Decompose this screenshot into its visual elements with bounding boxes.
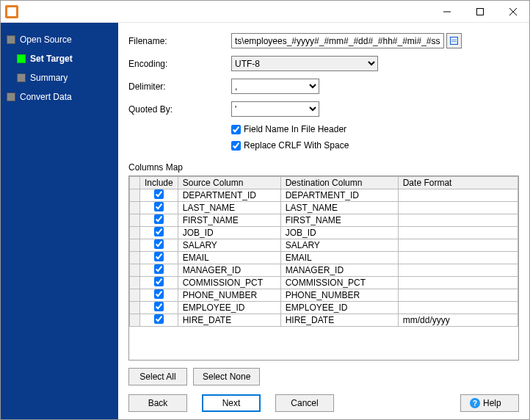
- step-label: Set Target: [30, 54, 73, 64]
- datefmt-cell[interactable]: [398, 277, 518, 289]
- table-row[interactable]: HIRE_DATEHIRE_DATEmm/dd/yyyy: [130, 314, 518, 327]
- datefmt-cell[interactable]: [398, 214, 518, 227]
- source-cell[interactable]: PHONE_NUMBER: [178, 289, 280, 302]
- row-header[interactable]: [130, 252, 140, 264]
- include-checkbox[interactable]: [154, 252, 164, 261]
- table-row[interactable]: SALARYSALARY: [130, 239, 518, 252]
- datefmt-cell[interactable]: mm/dd/yyyy: [398, 314, 518, 327]
- step-summary[interactable]: Summary: [17, 73, 118, 83]
- minimize-button[interactable]: [430, 1, 463, 23]
- dest-cell[interactable]: SALARY: [280, 239, 398, 252]
- select-none-button[interactable]: Select None: [193, 368, 260, 385]
- source-cell[interactable]: LAST_NAME: [178, 202, 280, 214]
- table-row[interactable]: DEPARTMENT_IDDEPARTMENT_ID: [130, 189, 518, 202]
- table-row[interactable]: EMAILEMAIL: [130, 252, 518, 264]
- delimiter-select[interactable]: ,: [231, 79, 319, 94]
- table-row[interactable]: LAST_NAMELAST_NAME: [130, 202, 518, 214]
- dest-cell[interactable]: HIRE_DATE: [280, 314, 398, 327]
- browse-button[interactable]: [446, 33, 462, 48]
- table-row[interactable]: COMMISSION_PCTCOMMISSION_PCT: [130, 277, 518, 289]
- include-checkbox[interactable]: [154, 302, 164, 311]
- step-set-target[interactable]: Set Target: [17, 54, 118, 64]
- replace-crlf-label[interactable]: Replace CRLF With Space: [244, 140, 349, 151]
- help-button[interactable]: ? Help: [460, 394, 519, 412]
- row-header[interactable]: [130, 189, 140, 202]
- col-dest[interactable]: Destination Column: [280, 177, 398, 189]
- include-checkbox[interactable]: [154, 239, 164, 249]
- table-row[interactable]: MANAGER_IDMANAGER_ID: [130, 264, 518, 277]
- svg-rect-0: [476, 8, 483, 15]
- source-cell[interactable]: EMAIL: [178, 252, 280, 264]
- dest-cell[interactable]: EMPLOYEE_ID: [280, 302, 398, 314]
- datefmt-cell[interactable]: [398, 264, 518, 277]
- col-datefmt[interactable]: Date Format: [398, 177, 518, 189]
- datefmt-cell[interactable]: [398, 189, 518, 202]
- include-checkbox[interactable]: [154, 264, 164, 274]
- field-header-checkbox[interactable]: [231, 125, 241, 134]
- encoding-select[interactable]: UTF-8: [231, 56, 378, 71]
- titlebar: [1, 1, 529, 23]
- col-source[interactable]: Source Column: [178, 177, 280, 189]
- row-header[interactable]: [130, 264, 140, 277]
- select-all-button[interactable]: Select All: [128, 368, 187, 385]
- dest-cell[interactable]: COMMISSION_PCT: [280, 277, 398, 289]
- row-header[interactable]: [130, 302, 140, 314]
- datefmt-cell[interactable]: [398, 239, 518, 252]
- include-checkbox[interactable]: [154, 277, 164, 286]
- quoted-select[interactable]: ': [231, 101, 319, 117]
- step-box-icon: [7, 35, 15, 44]
- source-cell[interactable]: COMMISSION_PCT: [178, 277, 280, 289]
- source-cell[interactable]: HIRE_DATE: [178, 314, 280, 327]
- step-open-source[interactable]: Open Source: [7, 35, 118, 45]
- dest-cell[interactable]: PHONE_NUMBER: [280, 289, 398, 302]
- dest-cell[interactable]: JOB_ID: [280, 227, 398, 239]
- source-cell[interactable]: SALARY: [178, 239, 280, 252]
- row-header[interactable]: [130, 202, 140, 214]
- datefmt-cell[interactable]: [398, 289, 518, 302]
- svg-rect-3: [451, 41, 457, 42]
- cancel-button[interactable]: Cancel: [275, 394, 334, 412]
- include-checkbox[interactable]: [154, 202, 164, 211]
- dest-cell[interactable]: MANAGER_ID: [280, 264, 398, 277]
- row-header[interactable]: [130, 214, 140, 227]
- grid-corner: [130, 177, 140, 189]
- maximize-button[interactable]: [463, 1, 496, 23]
- columns-grid[interactable]: Include Source Column Destination Column…: [128, 175, 519, 361]
- row-header[interactable]: [130, 314, 140, 327]
- col-include[interactable]: Include: [140, 177, 178, 189]
- dest-cell[interactable]: DEPARTMENT_ID: [280, 189, 398, 202]
- source-cell[interactable]: EMPLOYEE_ID: [178, 302, 280, 314]
- include-checkbox[interactable]: [154, 289, 164, 299]
- dest-cell[interactable]: LAST_NAME: [280, 202, 398, 214]
- dest-cell[interactable]: EMAIL: [280, 252, 398, 264]
- datefmt-cell[interactable]: [398, 302, 518, 314]
- source-cell[interactable]: JOB_ID: [178, 227, 280, 239]
- source-cell[interactable]: DEPARTMENT_ID: [178, 189, 280, 202]
- include-checkbox[interactable]: [154, 227, 164, 236]
- field-header-label[interactable]: Field Name In File Header: [244, 124, 346, 134]
- source-cell[interactable]: FIRST_NAME: [178, 214, 280, 227]
- row-header[interactable]: [130, 227, 140, 239]
- help-icon: ?: [470, 398, 480, 408]
- table-row[interactable]: PHONE_NUMBERPHONE_NUMBER: [130, 289, 518, 302]
- row-header[interactable]: [130, 239, 140, 252]
- dest-cell[interactable]: FIRST_NAME: [280, 214, 398, 227]
- close-button[interactable]: [496, 1, 529, 23]
- row-header[interactable]: [130, 277, 140, 289]
- datefmt-cell[interactable]: [398, 252, 518, 264]
- include-checkbox[interactable]: [154, 189, 164, 199]
- source-cell[interactable]: MANAGER_ID: [178, 264, 280, 277]
- table-row[interactable]: EMPLOYEE_IDEMPLOYEE_ID: [130, 302, 518, 314]
- table-row[interactable]: JOB_IDJOB_ID: [130, 227, 518, 239]
- step-convert-data[interactable]: Convert Data: [7, 92, 118, 102]
- datefmt-cell[interactable]: [398, 227, 518, 239]
- include-checkbox[interactable]: [154, 314, 164, 324]
- include-checkbox[interactable]: [154, 214, 164, 224]
- table-row[interactable]: FIRST_NAMEFIRST_NAME: [130, 214, 518, 227]
- replace-crlf-checkbox[interactable]: [231, 141, 241, 151]
- next-button[interactable]: Next: [202, 394, 261, 412]
- filename-input[interactable]: [231, 33, 444, 48]
- back-button[interactable]: Back: [128, 394, 187, 412]
- datefmt-cell[interactable]: [398, 202, 518, 214]
- row-header[interactable]: [130, 289, 140, 302]
